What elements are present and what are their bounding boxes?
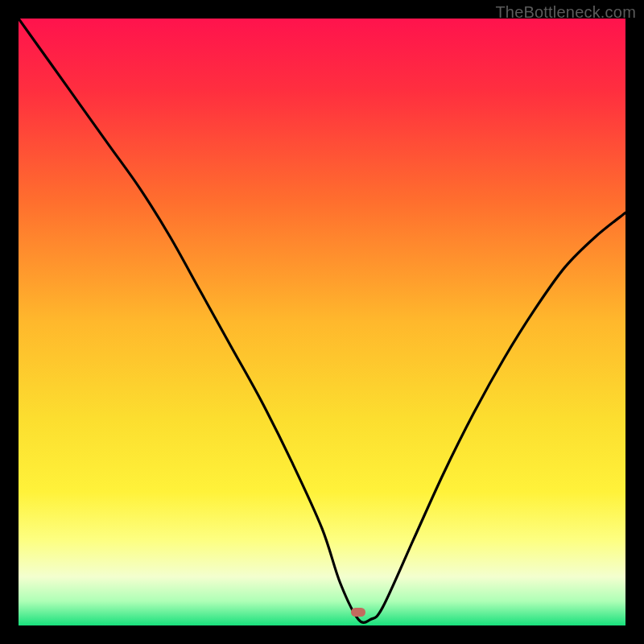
chart-frame: TheBottleneck.com <box>0 0 644 644</box>
bottleneck-curve <box>19 19 625 625</box>
plot-area <box>19 19 625 625</box>
watermark-text: TheBottleneck.com <box>495 3 636 22</box>
optimal-marker <box>351 608 365 617</box>
